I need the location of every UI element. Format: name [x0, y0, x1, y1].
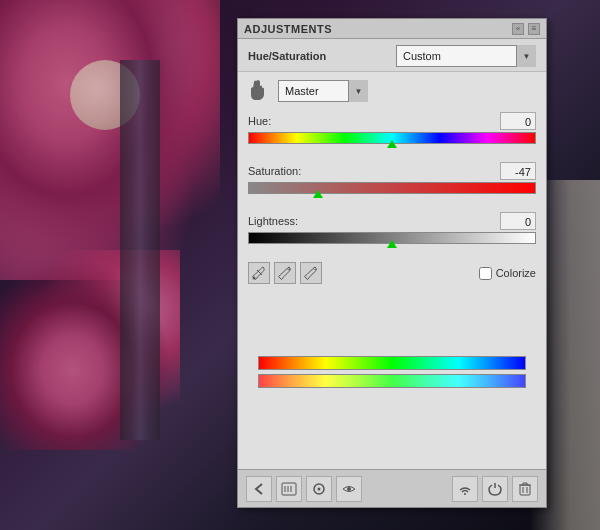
- hue-thumb[interactable]: [387, 140, 397, 148]
- panel-content: Hue/Saturation Custom Default Sepia ▼: [238, 39, 546, 507]
- preset-select[interactable]: Custom Default Sepia: [396, 45, 536, 67]
- hue-track-container: [248, 132, 536, 156]
- svg-point-0: [253, 277, 256, 280]
- saturation-thumb[interactable]: [313, 190, 323, 198]
- hs-label: Hue/Saturation: [248, 50, 326, 62]
- saturation-track[interactable]: [248, 182, 536, 194]
- lightness-label-row: Lightness: 0: [248, 212, 536, 230]
- trash-btn[interactable]: [512, 476, 538, 502]
- lightness-track[interactable]: [248, 232, 536, 244]
- hue-track[interactable]: [248, 132, 536, 144]
- hue-label-row: Hue: 0: [248, 112, 536, 130]
- flowers-top-left: [0, 0, 220, 280]
- saturation-value[interactable]: -47: [500, 162, 536, 180]
- panel-collapse-btn[interactable]: «: [512, 23, 524, 35]
- colorize-label: Colorize: [496, 267, 536, 279]
- panel-titlebar: ADJUSTMENTS « ≡: [238, 19, 546, 39]
- hue-label: Hue:: [248, 115, 271, 127]
- hue-value[interactable]: 0: [500, 112, 536, 130]
- colorize-row: Colorize: [479, 267, 536, 280]
- saturation-label-row: Saturation: -47: [248, 162, 536, 180]
- back-btn[interactable]: [246, 476, 272, 502]
- eye-btn[interactable]: [336, 476, 362, 502]
- eyedropper-tool[interactable]: [248, 262, 270, 284]
- power-btn[interactable]: [482, 476, 508, 502]
- hs-header: Hue/Saturation Custom Default Sepia ▼: [238, 39, 546, 72]
- svg-text:+: +: [287, 266, 291, 273]
- panel-controls: « ≡: [512, 23, 540, 35]
- column-pillar: [120, 60, 160, 440]
- lightness-thumb[interactable]: [387, 240, 397, 248]
- hand-tool-icon[interactable]: [248, 80, 270, 102]
- colorize-checkbox[interactable]: [479, 267, 492, 280]
- adjustments-panel: ADJUSTMENTS « ≡ Hue/Saturation Custom De…: [237, 18, 547, 508]
- saturation-track-container: [248, 182, 536, 206]
- master-row: Master Reds Yellows Greens Cyans Blues M…: [248, 80, 536, 102]
- spectrum-top-bar: [258, 356, 526, 370]
- lightness-track-container: [248, 232, 536, 256]
- panel-title: ADJUSTMENTS: [244, 23, 332, 35]
- saturation-label: Saturation:: [248, 165, 301, 177]
- hue-slider-row: Hue: 0: [248, 112, 536, 156]
- controls-area: Master Reds Yellows Greens Cyans Blues M…: [238, 72, 546, 469]
- eyedropper-add-tool[interactable]: +: [274, 262, 296, 284]
- lightness-slider-row: Lightness: 0: [248, 212, 536, 256]
- svg-text:−: −: [313, 266, 317, 273]
- panel-menu-btn[interactable]: ≡: [528, 23, 540, 35]
- master-select[interactable]: Master Reds Yellows Greens Cyans Blues M…: [278, 80, 368, 102]
- svg-point-7: [464, 493, 466, 495]
- svg-point-6: [347, 487, 351, 491]
- lightness-label: Lightness:: [248, 215, 298, 227]
- lightness-value[interactable]: 0: [500, 212, 536, 230]
- new-adjustment-btn[interactable]: [276, 476, 302, 502]
- wifi-btn[interactable]: [452, 476, 478, 502]
- preset-dropdown-wrapper: Custom Default Sepia ▼: [396, 45, 536, 67]
- saturation-slider-row: Saturation: -47: [248, 162, 536, 206]
- tools-group: + −: [248, 262, 322, 284]
- reset-btn[interactable]: [306, 476, 332, 502]
- spacer: [248, 288, 536, 348]
- eyedropper-sub-tool[interactable]: −: [300, 262, 322, 284]
- master-dropdown-wrapper: Master Reds Yellows Greens Cyans Blues M…: [278, 80, 368, 102]
- svg-rect-3: [282, 483, 296, 495]
- spectrum-bottom-bar: [258, 374, 526, 388]
- tools-colorize-row: + − Colorize: [248, 262, 536, 284]
- svg-point-5: [318, 487, 321, 490]
- spectrum-area: [248, 348, 536, 396]
- svg-rect-8: [520, 485, 530, 495]
- bottom-toolbar: [238, 469, 546, 507]
